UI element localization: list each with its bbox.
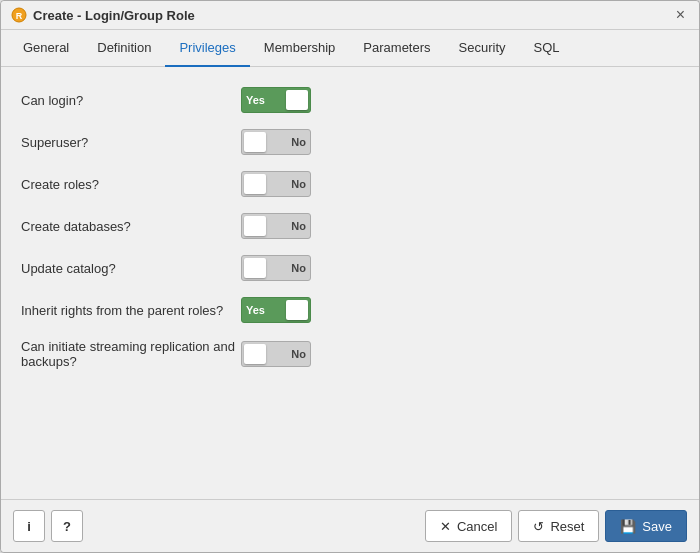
toggle-create-databases[interactable]: Yes No (241, 213, 311, 239)
reset-button[interactable]: ↺ Reset (518, 510, 599, 542)
cancel-button[interactable]: ✕ Cancel (425, 510, 512, 542)
toggle-superuser[interactable]: Yes No (241, 129, 311, 155)
toggle-handle (244, 258, 266, 278)
label-can-login: Can login? (21, 93, 241, 108)
dialog-icon: R (11, 7, 27, 23)
toggle-inherit-rights[interactable]: Yes No (241, 297, 311, 323)
toggle-yes-label: Yes (246, 94, 265, 106)
label-create-databases: Create databases? (21, 219, 241, 234)
title-bar: R Create - Login/Group Role × (1, 1, 699, 30)
info-button[interactable]: i (13, 510, 45, 542)
field-row-inherit-rights: Inherit rights from the parent roles? Ye… (21, 297, 679, 323)
footer: i ? ✕ Cancel ↺ Reset 💾 Save (1, 499, 699, 552)
field-row-superuser: Superuser? Yes No (21, 129, 679, 155)
footer-left: i ? (13, 510, 83, 542)
toggle-yes-label: Yes (246, 304, 265, 316)
help-button[interactable]: ? (51, 510, 83, 542)
tabs-bar: General Definition Privileges Membership… (1, 30, 699, 67)
tab-definition[interactable]: Definition (83, 30, 165, 67)
tab-membership[interactable]: Membership (250, 30, 350, 67)
tab-security[interactable]: Security (445, 30, 520, 67)
toggle-handle (244, 132, 266, 152)
toggle-streaming[interactable]: Yes No (241, 341, 311, 367)
reset-label: Reset (550, 519, 584, 534)
cancel-label: Cancel (457, 519, 497, 534)
privileges-content: Can login? Yes No Superuser? Yes No Crea… (1, 67, 699, 499)
tab-general[interactable]: General (9, 30, 83, 67)
toggle-create-roles[interactable]: Yes No (241, 171, 311, 197)
close-button[interactable]: × (672, 7, 689, 23)
tab-parameters[interactable]: Parameters (349, 30, 444, 67)
toggle-no-label: No (291, 136, 306, 148)
svg-text:R: R (16, 11, 23, 21)
toggle-no-label: No (291, 178, 306, 190)
save-button[interactable]: 💾 Save (605, 510, 687, 542)
label-superuser: Superuser? (21, 135, 241, 150)
cancel-icon: ✕ (440, 519, 451, 534)
dialog: R Create - Login/Group Role × General De… (0, 0, 700, 553)
toggle-handle (244, 216, 266, 236)
toggle-update-catalog[interactable]: Yes No (241, 255, 311, 281)
label-update-catalog: Update catalog? (21, 261, 241, 276)
tab-privileges[interactable]: Privileges (165, 30, 249, 67)
label-streaming: Can initiate streaming replication and b… (21, 339, 241, 369)
tab-sql[interactable]: SQL (520, 30, 574, 67)
title-bar-left: R Create - Login/Group Role (11, 7, 195, 23)
save-icon: 💾 (620, 519, 636, 534)
toggle-handle (244, 174, 266, 194)
field-row-streaming: Can initiate streaming replication and b… (21, 339, 679, 369)
toggle-handle (286, 300, 308, 320)
label-create-roles: Create roles? (21, 177, 241, 192)
toggle-no-label: No (291, 348, 306, 360)
reset-icon: ↺ (533, 519, 544, 534)
toggle-can-login[interactable]: Yes No (241, 87, 311, 113)
save-label: Save (642, 519, 672, 534)
toggle-handle (244, 344, 266, 364)
label-inherit-rights: Inherit rights from the parent roles? (21, 303, 241, 318)
toggle-handle (286, 90, 308, 110)
toggle-no-label: No (291, 262, 306, 274)
field-row-can-login: Can login? Yes No (21, 87, 679, 113)
dialog-title: Create - Login/Group Role (33, 8, 195, 23)
footer-right: ✕ Cancel ↺ Reset 💾 Save (425, 510, 687, 542)
field-row-create-databases: Create databases? Yes No (21, 213, 679, 239)
field-row-update-catalog: Update catalog? Yes No (21, 255, 679, 281)
field-row-create-roles: Create roles? Yes No (21, 171, 679, 197)
toggle-no-label: No (291, 220, 306, 232)
